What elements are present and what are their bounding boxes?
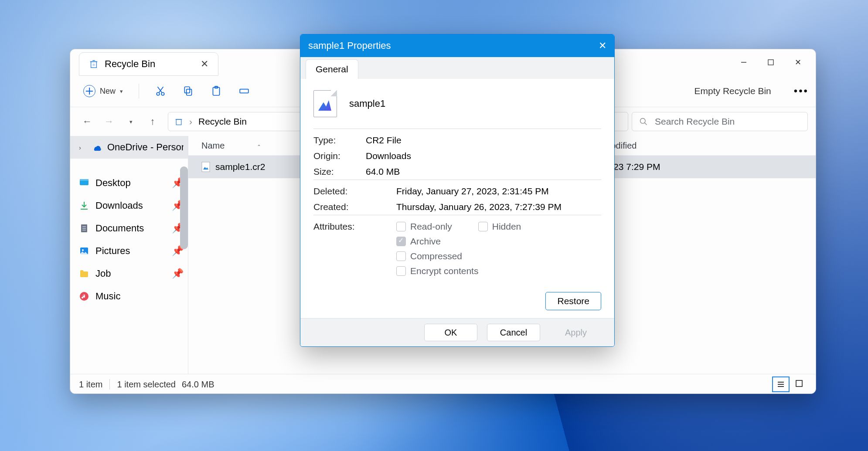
readonly-checkbox[interactable]: Read-only bbox=[396, 221, 452, 232]
properties-dialog: sample1 Properties ✕ General sample1 Typ… bbox=[300, 34, 615, 347]
cancel-button[interactable]: Cancel bbox=[487, 324, 540, 341]
details-view-button[interactable] bbox=[772, 376, 790, 392]
sidebar-item-label: Pictures bbox=[95, 245, 130, 257]
music-icon bbox=[79, 291, 89, 302]
origin-label: Origin: bbox=[313, 151, 366, 161]
selected-size: 64.0 MB bbox=[182, 380, 214, 390]
chevron-down-icon: ▾ bbox=[120, 88, 123, 95]
size-label: Size: bbox=[313, 166, 366, 177]
more-button[interactable]: ••• bbox=[794, 85, 809, 97]
compressed-checkbox[interactable]: Compressed bbox=[396, 251, 601, 261]
archive-checkbox[interactable]: Archive bbox=[396, 236, 601, 247]
thumbnails-view-button[interactable] bbox=[791, 376, 807, 390]
dialog-title: sample1 Properties bbox=[308, 40, 391, 51]
dialog-tabs: General bbox=[300, 57, 614, 79]
svg-line-13 bbox=[645, 123, 647, 125]
sidebar-item-pictures[interactable]: Pictures📌 bbox=[70, 240, 188, 262]
svg-point-1 bbox=[92, 64, 95, 66]
attributes-label: Attributes: bbox=[313, 221, 396, 276]
deleted-value: Friday, January 27, 2023, 2:31:45 PM bbox=[396, 186, 601, 197]
sidebar-item-documents[interactable]: Documents📌 bbox=[70, 217, 188, 240]
sidebar-item-label: OneDrive - Personal bbox=[107, 142, 184, 153]
status-bar: 1 item 1 item selected 64.0 MB bbox=[70, 374, 816, 394]
sidebar-item-label: Downloads bbox=[95, 200, 143, 211]
file-icon bbox=[201, 162, 210, 172]
sidebar-scrollbar[interactable] bbox=[180, 166, 188, 249]
minimize-button[interactable] bbox=[730, 53, 757, 72]
svg-rect-10 bbox=[240, 89, 248, 93]
svg-point-5 bbox=[161, 92, 164, 95]
folder-icon bbox=[79, 268, 89, 279]
created-value: Thursday, January 26, 2023, 7:27:39 PM bbox=[396, 202, 601, 212]
svg-point-4 bbox=[157, 92, 160, 95]
apply-button[interactable]: Apply bbox=[550, 324, 602, 341]
sidebar-item-label: Music bbox=[95, 291, 120, 302]
back-button[interactable]: ← bbox=[78, 112, 96, 131]
chevron-right-icon: › bbox=[79, 144, 86, 151]
ok-button[interactable]: OK bbox=[424, 324, 477, 341]
search-icon bbox=[639, 117, 648, 126]
sort-asc-icon: ⌃ bbox=[257, 144, 261, 150]
empty-recycle-bin-button[interactable]: Empty Recycle Bin bbox=[689, 83, 776, 99]
pictures-icon bbox=[79, 246, 89, 256]
svg-rect-6 bbox=[187, 89, 192, 95]
svg-point-12 bbox=[640, 119, 646, 124]
type-value: CR2 File bbox=[366, 135, 601, 146]
onedrive-icon bbox=[92, 142, 101, 153]
created-label: Created: bbox=[313, 202, 396, 212]
svg-rect-11 bbox=[176, 119, 181, 125]
dialog-footer: OK Cancel Apply bbox=[300, 318, 614, 346]
sidebar-item-label: Documents bbox=[95, 223, 144, 234]
svg-rect-7 bbox=[184, 87, 190, 93]
new-label: New bbox=[100, 87, 116, 96]
recycle-bin-icon bbox=[174, 117, 183, 126]
desktop-icon bbox=[79, 178, 89, 188]
cut-button[interactable] bbox=[149, 81, 172, 101]
sidebar-item-desktop[interactable]: Desktop📌 bbox=[70, 172, 188, 194]
svg-rect-3 bbox=[768, 60, 773, 65]
download-icon bbox=[79, 200, 89, 211]
dialog-titlebar: sample1 Properties ✕ bbox=[300, 34, 614, 57]
sidebar: › OneDrive - Personal Desktop📌 Downloads… bbox=[70, 136, 188, 374]
tab-close-button[interactable]: ✕ bbox=[201, 58, 208, 70]
file-name: sample1.cr2 bbox=[215, 162, 265, 172]
size-value: 64.0 MB bbox=[366, 166, 601, 177]
encrypt-checkbox[interactable]: Encrypt contents bbox=[396, 266, 601, 276]
sidebar-item-downloads[interactable]: Downloads📌 bbox=[70, 194, 188, 217]
svg-point-21 bbox=[82, 249, 84, 251]
search-placeholder: Search Recycle Bin bbox=[655, 116, 735, 127]
selected-count: 1 item selected bbox=[117, 380, 176, 390]
breadcrumb-item[interactable]: Recycle Bin bbox=[198, 116, 247, 127]
restore-button[interactable]: Restore bbox=[545, 292, 601, 310]
tab-title: Recycle Bin bbox=[105, 58, 155, 70]
recent-button[interactable]: ▾ bbox=[122, 112, 140, 131]
new-button[interactable]: New ▾ bbox=[77, 82, 129, 100]
paste-button[interactable] bbox=[204, 81, 228, 101]
copy-button[interactable] bbox=[177, 81, 200, 101]
maximize-button[interactable] bbox=[757, 53, 784, 72]
sidebar-item-job[interactable]: Job📌 bbox=[70, 262, 188, 285]
svg-rect-15 bbox=[80, 179, 89, 181]
sidebar-item-onedrive[interactable]: › OneDrive - Personal bbox=[70, 136, 188, 159]
tab-general[interactable]: General bbox=[306, 59, 358, 79]
hidden-checkbox[interactable]: Hidden bbox=[478, 221, 521, 232]
svg-rect-23 bbox=[202, 162, 210, 172]
close-button[interactable]: ✕ bbox=[784, 53, 811, 72]
sidebar-item-label: Desktop bbox=[95, 177, 131, 189]
window-tab[interactable]: Recycle Bin ✕ bbox=[79, 52, 218, 76]
plus-icon bbox=[83, 85, 95, 97]
file-thumbnail-icon bbox=[313, 90, 337, 117]
document-icon bbox=[79, 223, 89, 234]
window-controls: ✕ bbox=[730, 53, 811, 72]
origin-value: Downloads bbox=[366, 151, 601, 161]
pin-icon: 📌 bbox=[172, 268, 184, 279]
forward-button[interactable]: → bbox=[100, 112, 118, 131]
search-input[interactable]: Search Recycle Bin bbox=[632, 112, 808, 131]
sidebar-item-music[interactable]: Music bbox=[70, 285, 188, 308]
dialog-close-button[interactable]: ✕ bbox=[599, 40, 606, 51]
item-count: 1 item bbox=[79, 380, 102, 390]
file-name: sample1 bbox=[349, 98, 385, 109]
sidebar-item-label: Job bbox=[95, 268, 111, 279]
rename-button[interactable] bbox=[232, 81, 256, 101]
up-button[interactable]: ↑ bbox=[143, 112, 162, 131]
